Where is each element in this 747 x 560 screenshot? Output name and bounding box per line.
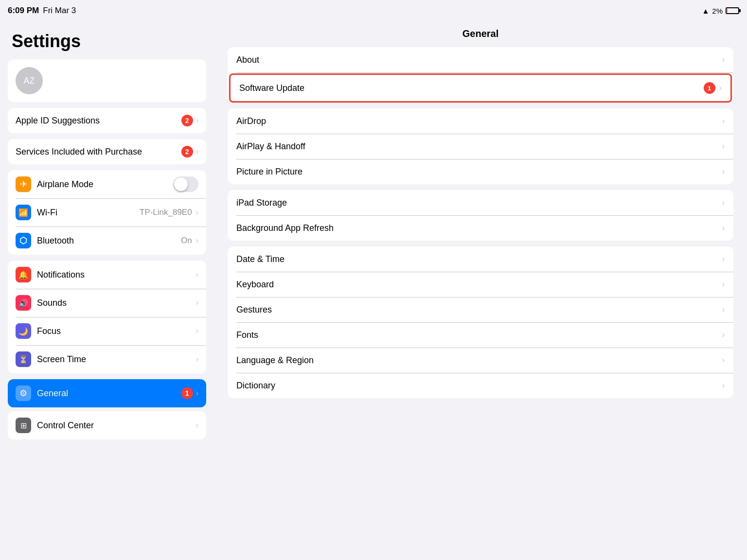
sidebar-item-general[interactable]: ⚙ General 1 ›: [8, 379, 206, 407]
status-time: 6:09 PM: [8, 6, 39, 16]
sidebar-item-bluetooth[interactable]: ⬡ Bluetooth On ›: [8, 227, 206, 255]
keyboard-label: Keyboard: [236, 280, 722, 290]
general-row-airdrop[interactable]: AirDrop ›: [228, 108, 733, 134]
profile-section[interactable]: AZ: [8, 59, 206, 102]
general-group-4: Date & Time › Keyboard › Gestures › Font…: [228, 246, 733, 398]
airdrop-chevron: ›: [722, 117, 725, 125]
toggle-thumb: [174, 177, 188, 191]
sidebar-item-apple-id[interactable]: Apple ID Suggestions 2 ›: [8, 108, 206, 133]
avatar: AZ: [16, 67, 43, 94]
general-row-dictionary[interactable]: Dictionary ›: [228, 373, 733, 398]
airplane-mode-toggle[interactable]: [173, 176, 198, 192]
general-icon: ⚙: [16, 385, 31, 401]
notifications-chevron: ›: [196, 270, 198, 279]
wifi-value: TP-Link_89E0: [140, 208, 192, 217]
airplane-mode-icon: ✈: [16, 176, 31, 192]
sidebar-item-screen-time[interactable]: ⏳ Screen Time ›: [8, 345, 206, 373]
general-badge: 1: [181, 387, 193, 399]
general-row-language[interactable]: Language & Region ›: [228, 348, 733, 373]
apple-id-chevron: ›: [196, 116, 198, 125]
bluetooth-label: Bluetooth: [37, 236, 181, 246]
language-chevron: ›: [722, 356, 725, 365]
sidebar: Settings AZ Apple ID Suggestions 2 › Ser…: [0, 21, 214, 560]
wifi-icon: ▲: [702, 7, 709, 15]
general-row-fonts[interactable]: Fonts ›: [228, 322, 733, 348]
battery-icon: [726, 7, 739, 14]
pip-chevron: ›: [722, 167, 725, 176]
general-chevron: ›: [196, 389, 198, 398]
bluetooth-icon: ⬡: [16, 233, 31, 248]
screen-time-chevron: ›: [196, 355, 198, 364]
page-title: Settings: [8, 21, 206, 59]
control-center-chevron: ›: [196, 421, 198, 430]
sidebar-item-wifi[interactable]: 📶 Wi-Fi TP-Link_89E0 ›: [8, 198, 206, 227]
sidebar-item-notifications[interactable]: 🔔 Notifications ›: [8, 261, 206, 289]
services-label: Services Included with Purchase: [16, 147, 181, 157]
focus-icon: 🌙: [16, 323, 31, 339]
general-group-1: About › Software Update 1 ›: [228, 47, 733, 103]
apple-id-badge: 2: [181, 115, 193, 126]
general-row-storage[interactable]: iPad Storage ›: [228, 190, 733, 215]
control-center-icon: ⊞: [16, 418, 31, 433]
software-update-chevron: ›: [719, 84, 722, 92]
datetime-label: Date & Time: [236, 254, 722, 264]
main-layout: Settings AZ Apple ID Suggestions 2 › Ser…: [0, 0, 747, 560]
fonts-label: Fonts: [236, 330, 722, 340]
general-group-3: iPad Storage › Background App Refresh ›: [228, 190, 733, 241]
gestures-label: Gestures: [236, 305, 722, 315]
sidebar-item-focus[interactable]: 🌙 Focus ›: [8, 317, 206, 345]
sounds-chevron: ›: [196, 298, 198, 307]
bluetooth-chevron: ›: [196, 236, 198, 245]
focus-label: Focus: [37, 326, 196, 336]
fonts-chevron: ›: [722, 331, 725, 339]
datetime-chevron: ›: [722, 255, 725, 263]
battery-percent: 2%: [712, 7, 723, 15]
software-update-container: Software Update 1 ›: [228, 73, 733, 103]
notifications-group: 🔔 Notifications › 🔊 Sounds › 🌙 Focus › ⏳…: [8, 261, 206, 373]
sidebar-item-airplane-mode[interactable]: ✈ Airplane Mode: [8, 170, 206, 198]
notifications-label: Notifications: [37, 270, 196, 280]
general-label: General: [37, 388, 181, 399]
screen-time-icon: ⏳: [16, 351, 31, 367]
about-chevron: ›: [722, 55, 725, 64]
sounds-label: Sounds: [37, 298, 196, 308]
general-row-bg-refresh[interactable]: Background App Refresh ›: [228, 215, 733, 241]
gestures-chevron: ›: [722, 305, 725, 314]
sidebar-item-services[interactable]: Services Included with Purchase 2 ›: [8, 139, 206, 164]
sounds-icon: 🔊: [16, 295, 31, 311]
about-label: About: [236, 55, 722, 65]
general-row-datetime[interactable]: Date & Time ›: [228, 246, 733, 272]
services-badge: 2: [181, 146, 193, 158]
status-bar: 6:09 PM Fri Mar 3 ▲ 2%: [0, 0, 747, 21]
general-row-gestures[interactable]: Gestures ›: [228, 297, 733, 322]
control-center-label: Control Center: [37, 420, 196, 431]
airdrop-label: AirDrop: [236, 116, 722, 126]
general-row-pip[interactable]: Picture in Picture ›: [228, 159, 733, 184]
apple-id-label: Apple ID Suggestions: [16, 116, 181, 126]
wifi-chevron: ›: [196, 208, 198, 217]
storage-chevron: ›: [722, 198, 725, 207]
right-panel: General About › Software Update 1 › AirD…: [214, 21, 747, 560]
apple-id-section: Apple ID Suggestions 2 ›: [8, 108, 206, 133]
dictionary-chevron: ›: [722, 381, 725, 390]
sidebar-item-sounds[interactable]: 🔊 Sounds ›: [8, 289, 206, 317]
pip-label: Picture in Picture: [236, 167, 722, 177]
general-nav-active[interactable]: ⚙ General 1 ›: [8, 379, 206, 407]
language-label: Language & Region: [236, 355, 722, 366]
keyboard-chevron: ›: [722, 280, 725, 289]
airplay-chevron: ›: [722, 142, 725, 151]
connectivity-group: ✈ Airplane Mode 📶 Wi-Fi TP-Link_89E0 › ⬡…: [8, 170, 206, 255]
general-row-airplay[interactable]: AirPlay & Handoff ›: [228, 134, 733, 159]
general-row-keyboard[interactable]: Keyboard ›: [228, 272, 733, 297]
general-row-about[interactable]: About ›: [228, 47, 733, 72]
general-row-software-update[interactable]: Software Update 1 ›: [229, 73, 732, 103]
status-date: Fri Mar 3: [43, 6, 76, 16]
focus-chevron: ›: [196, 327, 198, 335]
software-update-badge: 1: [704, 82, 715, 94]
sidebar-item-control-center[interactable]: ⊞ Control Center ›: [8, 411, 206, 439]
services-section: Services Included with Purchase 2 ›: [8, 139, 206, 164]
bg-refresh-label: Background App Refresh: [236, 223, 722, 233]
panel-title: General: [228, 21, 733, 47]
services-chevron: ›: [196, 147, 198, 156]
airplane-mode-label: Airplane Mode: [37, 179, 173, 190]
